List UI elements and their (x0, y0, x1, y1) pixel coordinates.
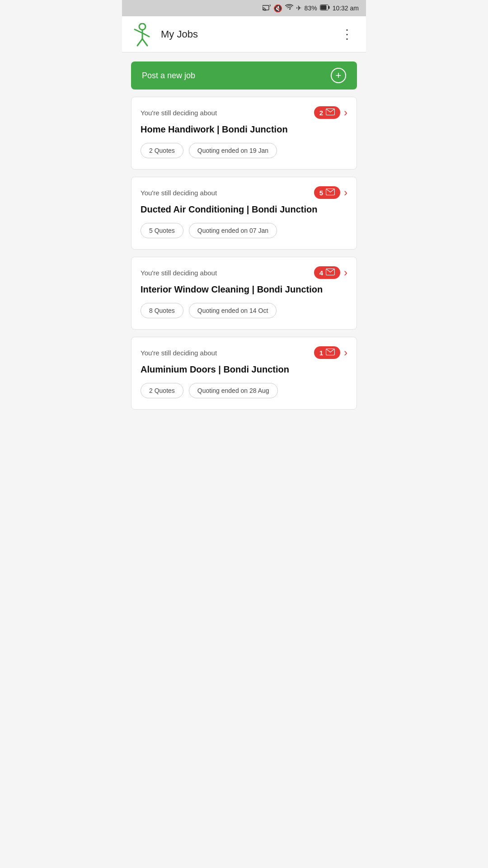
post-job-icon: + (331, 68, 346, 83)
card-header-2: You're still deciding about 4 › (141, 266, 347, 279)
job-card[interactable]: You're still deciding about 4 › Interior… (131, 257, 357, 330)
chevron-right-icon-2: › (344, 266, 347, 279)
status-bar: 🔇 ✈ 83% 10:32 am (122, 0, 366, 16)
svg-line-8 (137, 39, 142, 46)
envelope-icon-1 (326, 189, 335, 197)
page-title: My Jobs (161, 28, 337, 40)
job-title-2: Interior Window Cleaning | Bondi Junctio… (141, 284, 347, 295)
card-tags-2: 8 Quotes Quoting ended on 14 Oct (141, 303, 347, 318)
app-logo (131, 23, 154, 46)
svg-point-4 (139, 24, 145, 30)
battery-percent: 83% (305, 5, 317, 12)
status-time: 10:32 am (333, 5, 359, 12)
card-subtitle-3: You're still deciding about (141, 349, 217, 357)
job-card[interactable]: You're still deciding about 5 › Ducted A… (131, 177, 357, 250)
app-header: My Jobs ⋮ (122, 16, 366, 52)
quoting-ended-tag-3: Quoting ended on 28 Aug (189, 383, 278, 398)
badge-count-1: 5 (319, 189, 323, 197)
card-subtitle-0: You're still deciding about (141, 109, 217, 117)
post-job-button[interactable]: Post a new job + (131, 61, 357, 90)
card-header-0: You're still deciding about 2 › (141, 106, 347, 119)
message-badge-3[interactable]: 1 (314, 346, 340, 359)
job-title-1: Ducted Air Conditioning | Bondi Junction (141, 204, 347, 215)
svg-rect-3 (320, 5, 326, 10)
job-card[interactable]: You're still deciding about 1 › Aluminiu… (131, 337, 357, 410)
quoting-ended-tag-2: Quoting ended on 14 Oct (189, 303, 277, 318)
card-actions-2: 4 › (314, 266, 347, 279)
card-tags-0: 2 Quotes Quoting ended on 19 Jan (141, 143, 347, 158)
card-tags-1: 5 Quotes Quoting ended on 07 Jan (141, 223, 347, 238)
card-header-3: You're still deciding about 1 › (141, 346, 347, 359)
envelope-icon-2 (326, 269, 335, 277)
quotes-tag-2: 8 Quotes (141, 303, 183, 318)
post-job-label: Post a new job (142, 71, 195, 80)
more-menu-button[interactable]: ⋮ (337, 23, 357, 45)
badge-count-3: 1 (319, 349, 323, 357)
card-actions-0: 2 › (314, 106, 347, 119)
chevron-right-icon-3: › (344, 346, 347, 359)
svg-rect-2 (328, 6, 329, 9)
chevron-right-icon-0: › (344, 106, 347, 119)
quoting-ended-tag-1: Quoting ended on 07 Jan (189, 223, 277, 238)
quotes-tag-3: 2 Quotes (141, 383, 183, 398)
quoting-ended-tag-0: Quoting ended on 19 Jan (189, 143, 277, 158)
envelope-icon-0 (326, 108, 335, 117)
cast-icon (263, 5, 271, 12)
job-title-3: Aluminium Doors | Bondi Junction (141, 364, 347, 375)
chevron-right-icon-1: › (344, 186, 347, 199)
mute-icon: 🔇 (273, 4, 282, 13)
message-badge-2[interactable]: 4 (314, 266, 340, 279)
envelope-icon-3 (326, 349, 335, 357)
job-card[interactable]: You're still deciding about 2 › Home Han… (131, 97, 357, 170)
jobs-list: You're still deciding about 2 › Home Han… (122, 97, 366, 410)
card-tags-3: 2 Quotes Quoting ended on 28 Aug (141, 383, 347, 398)
badge-count-2: 4 (319, 269, 323, 277)
airplane-icon: ✈ (296, 4, 302, 12)
card-subtitle-1: You're still deciding about (141, 189, 217, 197)
svg-line-7 (142, 33, 149, 37)
svg-line-9 (142, 39, 147, 46)
battery-icon (320, 4, 330, 12)
card-actions-3: 1 › (314, 346, 347, 359)
status-icons: 🔇 ✈ 83% 10:32 am (263, 4, 359, 13)
message-badge-0[interactable]: 2 (314, 106, 340, 119)
wifi-icon (285, 4, 293, 12)
message-badge-1[interactable]: 5 (314, 186, 340, 199)
quotes-tag-0: 2 Quotes (141, 143, 183, 158)
quotes-tag-1: 5 Quotes (141, 223, 183, 238)
job-title-0: Home Handiwork | Bondi Junction (141, 124, 347, 135)
card-subtitle-2: You're still deciding about (141, 269, 217, 277)
badge-count-0: 2 (319, 109, 323, 117)
card-actions-1: 5 › (314, 186, 347, 199)
card-header-1: You're still deciding about 5 › (141, 186, 347, 199)
